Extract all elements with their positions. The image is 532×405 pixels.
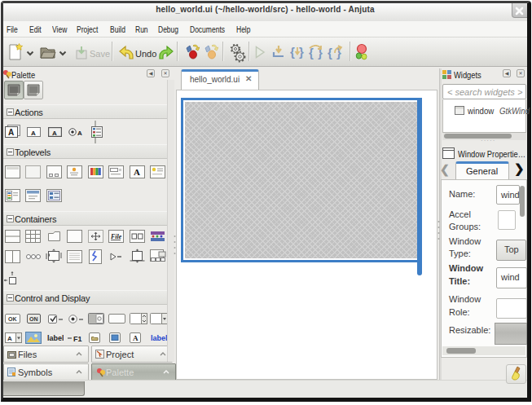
svg-text:A: A <box>31 130 36 137</box>
svg-text:A: A <box>8 128 14 137</box>
svg-text:{: { <box>328 46 332 59</box>
svg-text:A: A <box>77 130 82 137</box>
svg-text:A: A <box>134 167 140 177</box>
svg-text:A: A <box>7 335 12 342</box>
svg-text:A: A <box>133 334 138 342</box>
svg-text:label: label <box>47 334 64 342</box>
svg-text:OK: OK <box>8 316 17 322</box>
svg-text:ON: ON <box>29 316 38 322</box>
svg-text:label: label <box>151 334 168 342</box>
svg-text:F1: F1 <box>73 335 82 343</box>
svg-text:File: File <box>110 233 122 240</box>
svg-text:{: { <box>290 45 295 59</box>
svg-text:A: A <box>52 130 57 137</box>
